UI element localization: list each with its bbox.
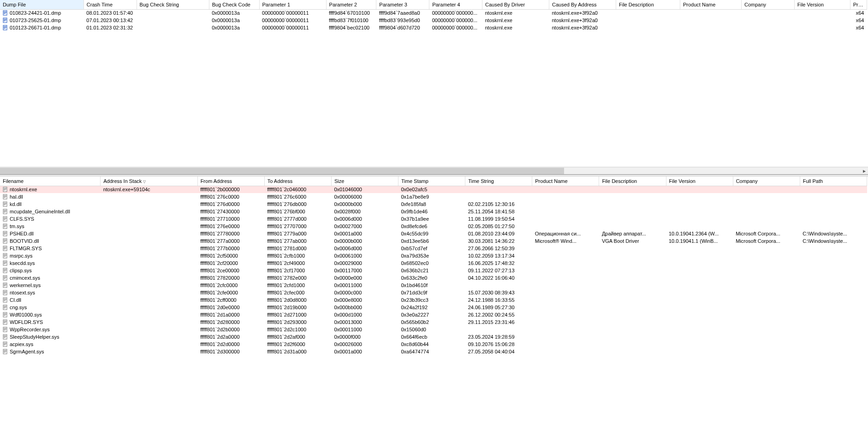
module-row[interactable]: tm.sysfffff801`276e0000fffff801`27707000…: [0, 223, 867, 230]
cell-fver: [666, 193, 733, 200]
cell-ais: [101, 245, 197, 252]
column-header-fn[interactable]: Filename: [0, 176, 101, 186]
cell-to: fffff801`2d19b000: [264, 304, 331, 311]
cell-cbd: ntoskrnl.exe: [482, 24, 549, 31]
cell-comp: [733, 341, 800, 348]
column-header-fdesc[interactable]: File Description: [599, 176, 666, 186]
cell-comp: [733, 245, 800, 252]
column-header-fver[interactable]: File Version: [666, 176, 733, 186]
cell-bcs: [137, 24, 209, 31]
cell-cba: ntoskrnl.exe+3f92a0: [549, 17, 616, 24]
module-row[interactable]: cmimcext.sysfffff801`27820000fffff801`27…: [0, 274, 867, 282]
scroll-right-arrow[interactable]: ▶: [861, 167, 868, 175]
module-row[interactable]: CI.dllfffff801`2cff0000fffff801`2d0d8000…: [0, 296, 867, 304]
dump-list-pane[interactable]: Dump FileCrash TimeBug Check StringBug C…: [0, 0, 868, 175]
cell-fn: cmimcext.sys: [0, 274, 101, 282]
column-header-path[interactable]: Full Path: [800, 176, 867, 186]
column-header-ais[interactable]: Address In Stack▽: [101, 176, 197, 186]
column-header-p1[interactable]: Parameter 1: [259, 0, 326, 9]
column-header-cbd[interactable]: Caused By Driver: [482, 0, 549, 9]
module-row[interactable]: CLFS.SYSfffff801`27710000fffff801`2777d0…: [0, 215, 867, 223]
column-header-to[interactable]: To Address: [264, 176, 331, 186]
module-row[interactable]: hal.dllfffff801`276c0000fffff801`276c600…: [0, 193, 867, 200]
module-row[interactable]: WDFLDR.SYSfffff801`2d280000fffff801`2d29…: [0, 318, 867, 326]
column-header-fdesc[interactable]: File Description: [616, 0, 680, 9]
svg-rect-35: [4, 227, 6, 227]
svg-rect-58: [4, 270, 6, 270]
module-row[interactable]: kd.dllfffff801`276d0000fffff801`276db000…: [0, 200, 867, 208]
cell-comp: [733, 311, 800, 318]
column-header-bcs[interactable]: Bug Check String: [137, 0, 209, 9]
cell-cbd: ntoskrnl.exe: [482, 17, 549, 24]
cell-bcc: 0x0000013a: [209, 9, 259, 17]
module-row[interactable]: ntosext.sysfffff801`2cfe0000fffff801`2cf…: [0, 289, 867, 296]
module-row[interactable]: werkernel.sysfffff801`2cfc0000fffff801`2…: [0, 282, 867, 289]
module-row[interactable]: msrpc.sysfffff801`2cf50000fffff801`2cfb1…: [0, 252, 867, 259]
column-header-size[interactable]: Size: [331, 176, 398, 186]
column-header-comp[interactable]: Company: [733, 176, 800, 186]
column-header-from[interactable]: From Address: [197, 176, 264, 186]
svg-rect-51: [4, 256, 6, 257]
cell-from: fffff801`2d2a0000: [197, 333, 264, 341]
column-header-prod[interactable]: Product Name: [532, 176, 599, 186]
svg-rect-27: [4, 212, 6, 212]
module-list-pane[interactable]: FilenameAddress In Stack▽From AddressTo …: [0, 176, 868, 429]
dump-row[interactable]: 010723-25625-01.dmp07.01.2023 00:13:420x…: [0, 17, 867, 24]
column-header-cba[interactable]: Caused By Address: [549, 0, 616, 9]
column-header-proc[interactable]: Process: [850, 0, 867, 9]
cell-prod: [532, 267, 599, 274]
module-row[interactable]: WppRecorder.sysfffff801`2d2b0000fffff801…: [0, 326, 867, 333]
cell-tstr: 30.03.2081 14:36:22: [465, 237, 532, 245]
column-header-ts[interactable]: Time Stamp: [398, 176, 465, 186]
module-row[interactable]: cng.sysfffff801`2d0e0000fffff801`2d19b00…: [0, 304, 867, 311]
column-header-dump[interactable]: Dump File: [0, 0, 83, 9]
column-header-fver[interactable]: File Version: [794, 0, 850, 9]
cell-size: 0x00029000: [331, 259, 398, 267]
module-row[interactable]: SgrmAgent.sysfffff801`2d300000fffff801`2…: [0, 348, 867, 355]
module-row[interactable]: clipsp.sysfffff801`2ce00000fffff801`2cf1…: [0, 267, 867, 274]
cell-ais: [101, 341, 197, 348]
module-row[interactable]: SleepStudyHelper.sysfffff801`2d2a0000fff…: [0, 333, 867, 341]
module-row[interactable]: ksecdd.sysfffff801`2cf20000fffff801`2cf4…: [0, 259, 867, 267]
module-row[interactable]: BOOTVID.dllfffff801`277a0000fffff801`277…: [0, 237, 867, 245]
cell-tstr: [465, 282, 532, 289]
column-header-bcc[interactable]: Bug Check Code: [209, 0, 259, 9]
dump-row[interactable]: 010123-26671-01.dmp01.01.2023 02:31:320x…: [0, 24, 867, 31]
file-icon: [3, 18, 8, 23]
file-icon: [3, 341, 8, 347]
module-row[interactable]: acpiex.sysfffff801`2d2d0000fffff801`2d2f…: [0, 341, 867, 348]
column-header-comp[interactable]: Company: [741, 0, 794, 9]
column-header-tstr[interactable]: Time String: [465, 176, 532, 186]
svg-rect-83: [4, 315, 6, 316]
file-icon: [3, 312, 8, 317]
column-header-crash[interactable]: Crash Time: [83, 0, 137, 9]
column-header-p4[interactable]: Parameter 4: [429, 0, 482, 9]
module-row[interactable]: Wdf01000.sysfffff801`2d1a0000fffff801`2d…: [0, 311, 867, 318]
module-row[interactable]: FLTMGR.SYSfffff801`277b0000fffff801`2781…: [0, 245, 867, 252]
cell-path: [800, 304, 867, 311]
svg-rect-6: [4, 20, 6, 20]
cell-prod: [532, 326, 599, 333]
cell-path: [800, 282, 867, 289]
svg-rect-31: [4, 219, 6, 220]
column-header-pname[interactable]: Product Name: [680, 0, 742, 9]
cell-ais: [101, 282, 197, 289]
file-icon: [3, 275, 8, 281]
cell-tstr: 01.08.2010 23:44:09: [465, 230, 532, 237]
dump-row[interactable]: 010823-24421-01.dmp08.01.2023 01:57:400x…: [0, 9, 867, 17]
svg-rect-15: [4, 190, 6, 190]
scroll-thumb[interactable]: [0, 168, 564, 174]
horizontal-scrollbar[interactable]: ◀ ▶: [0, 167, 868, 174]
svg-rect-86: [4, 322, 6, 322]
cell-fver: [794, 24, 850, 31]
cell-path: [800, 245, 867, 252]
cell-crash: 01.01.2023 02:31:32: [83, 24, 137, 31]
column-header-p3[interactable]: Parameter 3: [376, 0, 429, 9]
module-row[interactable]: mcupdate_GenuineIntel.dllfffff801`274300…: [0, 208, 867, 215]
cell-proc: x64: [850, 17, 867, 24]
module-row[interactable]: ntoskrnl.exentoskrnl.exe+59104cfffff801`…: [0, 186, 867, 193]
module-row[interactable]: PSHED.dllfffff801`27780000fffff801`2779a…: [0, 230, 867, 237]
svg-rect-10: [4, 27, 6, 28]
column-header-p2[interactable]: Parameter 2: [326, 0, 376, 9]
file-icon: [3, 201, 8, 207]
